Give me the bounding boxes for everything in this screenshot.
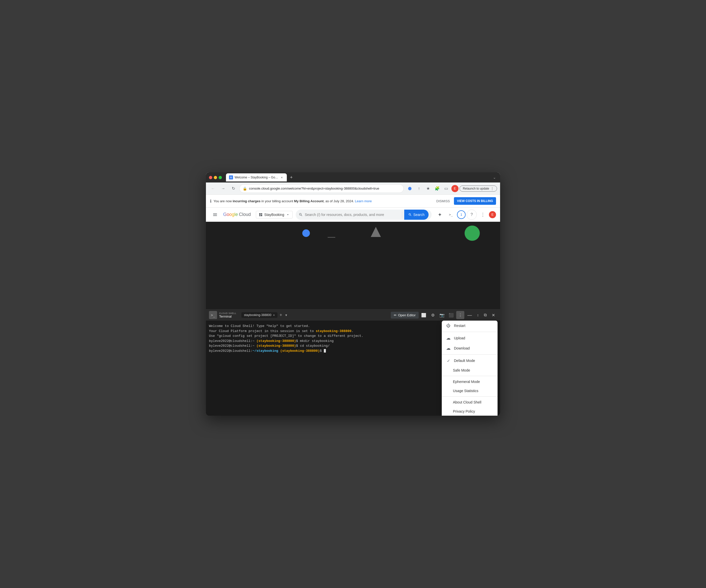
browser-window: G Welcome – StayBooking – Go… ✕ + ⌄ ← → … (206, 172, 500, 416)
google-account-icon[interactable] (406, 184, 414, 193)
green-blob-decoration (465, 225, 480, 241)
add-terminal-button[interactable]: + (278, 312, 283, 318)
screen-icon-button[interactable]: ⬜ (420, 311, 428, 319)
search-bar[interactable]: Search (296, 210, 432, 220)
browser-actions: ↑ ★ 🧩 ▭ E Relaunch to update ⋮ (406, 184, 497, 193)
relaunch-menu-icon: ⋮ (491, 187, 494, 190)
menu-separator-1 (442, 332, 498, 332)
menu-default-mode-label: Default Mode (454, 359, 494, 363)
menu-item-privacy-policy[interactable]: Privacy Policy (442, 407, 498, 416)
menu-item-download[interactable]: ☁ Download (442, 343, 498, 353)
tab-bar: G Welcome – StayBooking – Go… ✕ + (226, 173, 490, 181)
notification-badge[interactable]: 1 (457, 210, 466, 219)
menu-restart-label: Restart (454, 324, 494, 328)
menu-item-default-mode[interactable]: ✓ Default Mode (442, 355, 498, 366)
search-input[interactable] (305, 213, 400, 217)
svg-point-0 (408, 187, 411, 190)
share-button[interactable]: ↑ (415, 184, 423, 193)
terminal-tab[interactable]: staybooking-388800 ✕ (241, 312, 277, 318)
main-content: >_ CLOUD SHELL Terminal staybooking-3888… (206, 222, 500, 416)
url-bar[interactable]: 🔒 console.cloud.google.com/welcome?hl=en… (239, 184, 404, 193)
address-bar: ← → ↻ 🔒 console.cloud.google.com/welcome… (206, 182, 500, 195)
menu-item-upload[interactable]: ☁ Upload (442, 333, 498, 343)
cast-button[interactable]: ▭ (442, 184, 450, 193)
menu-item-usage-statistics[interactable]: Usage Statistics (442, 386, 498, 395)
google-text: Google (223, 212, 238, 217)
active-tab[interactable]: G Welcome – StayBooking – Go… ✕ (226, 173, 287, 181)
new-tab-button[interactable]: + (288, 174, 295, 181)
dismiss-button[interactable]: DISMISS (434, 198, 452, 205)
shell-external-button[interactable]: ⧉ (482, 312, 489, 318)
shell-expand-button[interactable]: ↕ (475, 312, 481, 318)
window-chevron-icon[interactable]: ⌄ (492, 174, 497, 180)
fullscreen-window-button[interactable] (219, 176, 222, 179)
notification-text: You are now incurring charges in your bi… (213, 199, 432, 203)
close-window-button[interactable] (209, 176, 212, 179)
tab-title: Welcome – StayBooking – Go… (235, 176, 278, 179)
restart-icon: ⏻ (446, 323, 451, 328)
bookmark-button[interactable]: ★ (424, 184, 432, 193)
relaunch-button[interactable]: Relaunch to update ⋮ (460, 185, 497, 192)
cloud-shell-label: CLOUD SHELL Terminal (219, 312, 236, 318)
more-options-button[interactable]: ⋮ (478, 210, 488, 220)
pencil-icon: ✏ (394, 313, 397, 317)
upload-icon: ☁ (446, 336, 451, 341)
google-cloud-logo: Google Cloud (223, 212, 251, 217)
help-button[interactable]: ? (467, 210, 477, 220)
cloud-shell-button[interactable]: >_ (446, 210, 456, 220)
triangle-decoration (371, 227, 381, 237)
forward-button[interactable]: → (219, 184, 227, 193)
cloud-shell-section-label: CLOUD SHELL (219, 312, 236, 314)
info-icon: ℹ (210, 199, 211, 204)
traffic-lights (209, 176, 222, 179)
title-bar: G Welcome – StayBooking – Go… ✕ + ⌄ (206, 172, 500, 182)
menu-about-cloud-shell-label: About Cloud Shell (453, 400, 494, 404)
terminal-tab-close[interactable]: ✕ (273, 314, 275, 317)
dropdown-menu: ⏻ Restart ☁ Upload ☁ Download ✓ (442, 321, 498, 416)
cloud-shell-terminal-label: Terminal (219, 314, 236, 318)
menu-usage-statistics-label: Usage Statistics (453, 389, 494, 393)
window-controls: ⌄ (492, 174, 497, 180)
layout-icon-button[interactable]: ⬛ (447, 311, 455, 319)
menu-item-restart[interactable]: ⏻ Restart (442, 321, 498, 331)
hamburger-menu-button[interactable] (210, 210, 220, 220)
cloud-text: Cloud (239, 212, 251, 217)
project-selector[interactable]: StayBooking (256, 211, 292, 218)
dash-line-decoration (328, 237, 335, 238)
url-text: console.cloud.google.com/welcome?hl=en&p… (249, 186, 400, 190)
terminal-tab-name: staybooking-388800 (244, 313, 271, 317)
open-editor-button[interactable]: ✏ Open Editor (391, 312, 419, 319)
camera-icon-button[interactable]: 📷 (438, 311, 446, 319)
menu-item-about-cloud-shell[interactable]: About Cloud Shell (442, 398, 498, 407)
menu-download-label: Download (454, 346, 494, 350)
checkmark-icon: ✓ (446, 358, 451, 363)
terminal-menu-button[interactable]: ▾ (284, 313, 288, 317)
search-icon (299, 213, 303, 217)
reload-button[interactable]: ↻ (229, 184, 237, 193)
sparkle-button[interactable]: ✦ (435, 210, 445, 220)
menu-safe-mode-label: Safe Mode (453, 368, 494, 372)
more-options-dots-button[interactable]: ⋮ (456, 311, 464, 319)
download-icon: ☁ (446, 346, 451, 351)
project-name: StayBooking (264, 213, 284, 217)
extensions-button[interactable]: 🧩 (433, 184, 441, 193)
menu-item-safe-mode[interactable]: Safe Mode (442, 366, 498, 375)
gcp-user-avatar[interactable]: E (489, 211, 496, 218)
terminal-tabs: staybooking-388800 ✕ + ▾ (241, 312, 288, 318)
menu-item-ephemeral-mode[interactable]: Ephemeral Mode (442, 377, 498, 386)
minimize-window-button[interactable] (214, 176, 217, 179)
search-button[interactable]: Search (404, 210, 429, 220)
tab-close-button[interactable]: ✕ (280, 175, 284, 179)
shell-close-button[interactable]: ✕ (490, 312, 497, 319)
shell-minimize-button[interactable]: — (465, 311, 474, 319)
back-button[interactable]: ← (209, 184, 217, 193)
nav-icons: ✦ >_ 1 ? ⋮ E (435, 210, 496, 220)
settings-icon-button[interactable]: ⚙ (429, 311, 437, 319)
relaunch-label: Relaunch to update (463, 187, 489, 190)
learn-more-link[interactable]: Learn more (355, 199, 372, 203)
tab-favicon: G (229, 175, 233, 179)
menu-ephemeral-mode-label: Ephemeral Mode (453, 380, 494, 384)
view-costs-button[interactable]: VIEW COSTS IN BILLING (454, 197, 496, 205)
profile-avatar[interactable]: E (452, 185, 459, 192)
menu-upload-label: Upload (454, 336, 494, 340)
